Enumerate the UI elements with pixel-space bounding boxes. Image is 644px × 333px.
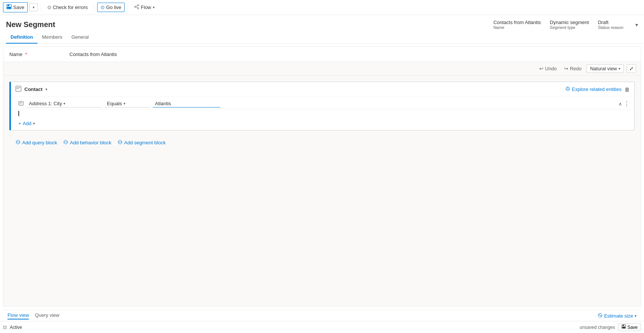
field-dropdown[interactable]: Address 1: City ▾ [27,100,102,107]
add-condition-button[interactable]: + Add ▾ [18,121,35,126]
status-left: ⊡ Active [3,325,22,330]
status-save-label: Save [627,325,638,330]
flow-chevron-icon: ▾ [153,5,155,9]
operator-dropdown[interactable]: Equals ▾ [105,100,150,107]
expand-button[interactable]: ⤢ [627,64,636,73]
status-right: unsaved changes Save [580,323,641,331]
check-errors-icon: ⊙ [47,5,51,10]
save-icon [6,4,12,11]
query-header-left: Contact ▾ [15,86,47,93]
header-collapse-icon[interactable]: ▾ [635,22,638,28]
page-title: New Segment [6,20,55,29]
flow-button[interactable]: Flow ▾ [131,3,157,12]
svg-point-4 [137,5,139,6]
name-field-value[interactable]: Contacts from Atlantis [69,51,117,57]
status-bar: ⊡ Active unsaved changes Save [0,321,644,333]
svg-rect-17 [19,101,23,105]
expand-icon: ⤢ [629,66,633,71]
svg-rect-1 [8,5,9,6]
save-dropdown-button[interactable]: ▾ [29,3,38,11]
required-star: * [25,51,27,57]
svg-line-16 [568,88,569,89]
tab-members[interactable]: Members [38,31,67,44]
meta-segment-type-value: Dynamic segment [550,20,589,25]
name-field-label: Name * [9,51,69,57]
query-header: Contact ▾ Explore related entities 🗑 [11,82,634,97]
field-icon [18,101,24,107]
status-save-button[interactable]: Save [618,323,641,331]
svg-point-3 [134,6,136,8]
toolbar-separator-1 [41,4,41,11]
tab-definition[interactable]: Definition [6,31,38,44]
more-options-button[interactable]: ⋮ [624,100,630,107]
redo-button[interactable]: ↪ Redo [562,65,584,72]
operator-value: Equals [107,101,122,106]
meta-name-value: Contacts from Atlantis [494,20,541,25]
status-icon: ⊡ [3,325,7,330]
tab-general[interactable]: General [67,31,93,44]
toolbar-separator-3 [128,4,128,11]
meta-name-label: Name [494,25,504,30]
redo-label: Redo [570,66,581,71]
add-behavior-block-button[interactable]: Add behavior block [63,139,111,146]
view-tabs-left: Flow view Query view [8,312,59,319]
add-query-block-button[interactable]: Add query block [15,139,57,146]
estimate-size-button[interactable]: Estimate size ▾ [597,313,636,319]
estimate-icon [597,313,603,319]
cursor-row [11,109,634,118]
view-dropdown-chevron-icon: ▾ [618,67,620,71]
delete-icon: 🗑 [624,86,630,92]
query-view-tab[interactable]: Query view [35,312,59,319]
query-header-right: Explore related entities 🗑 [565,86,630,92]
contact-icon [15,86,21,93]
unsaved-text: unsaved changes [580,325,615,330]
meta-status: Draft Status reason [598,20,623,30]
page-header: New Segment Contacts from Atlantis Name … [0,15,644,31]
condition-row: Address 1: City ▾ Equals ▾ ∧ ⋮ [11,97,634,109]
meta-segment-type: Dynamic segment Segment type [550,20,589,30]
explore-related-button[interactable]: Explore related entities [565,86,621,92]
add-query-icon [15,139,21,146]
toolbar-separator-2 [94,4,94,11]
estimate-label: Estimate size [604,313,633,319]
view-label: Natural view [590,66,617,71]
add-label: Add [23,121,32,126]
add-chevron-icon: ▾ [33,121,35,126]
flow-icon [134,4,139,11]
add-segment-icon [117,139,123,146]
svg-rect-43 [622,327,625,328]
view-dropdown[interactable]: Natural view ▾ [587,64,624,73]
svg-rect-2 [7,7,11,9]
contact-dropdown-chevron-icon[interactable]: ▾ [45,87,47,91]
more-icon: ⋮ [624,101,630,107]
svg-line-15 [567,88,568,89]
check-errors-button[interactable]: ⊙ Check for errors [44,3,91,12]
add-icon: + [18,121,21,126]
collapse-condition-button[interactable]: ∧ [618,101,622,107]
explore-label: Explore related entities [572,86,621,92]
go-live-label: Go live [106,5,121,10]
meta-status-value: Draft [598,20,608,25]
delete-block-button[interactable]: 🗑 [624,86,630,92]
value-input[interactable] [153,100,220,107]
text-cursor [18,111,19,116]
flow-view-tab[interactable]: Flow view [8,312,29,319]
add-behavior-icon [63,139,68,146]
add-segment-block-button[interactable]: Add segment block [117,139,166,146]
condition-actions: ∧ ⋮ [618,100,630,107]
name-row: Name * Contacts from Atlantis [3,47,641,62]
add-segment-label: Add segment block [124,140,166,145]
header-meta: Contacts from Atlantis Name Dynamic segm… [494,20,638,30]
save-button[interactable]: Save [3,2,28,12]
go-live-button[interactable]: ⊙ Go live [97,3,125,12]
undo-button[interactable]: ↩ Undo [537,65,559,72]
add-row: + Add ▾ [11,118,634,130]
svg-point-12 [567,87,568,88]
segment-canvas: Contact ▾ Explore related entities 🗑 [3,76,641,306]
svg-rect-42 [623,325,624,326]
view-tabs: Flow view Query view Estimate size ▾ [3,310,641,322]
status-text: Active [10,325,22,330]
collapse-icon: ∧ [618,101,622,107]
tab-bar: Definition Members General [0,31,644,44]
main-content: Name * Contacts from Atlantis ↩ Undo ↪ R… [3,47,641,307]
